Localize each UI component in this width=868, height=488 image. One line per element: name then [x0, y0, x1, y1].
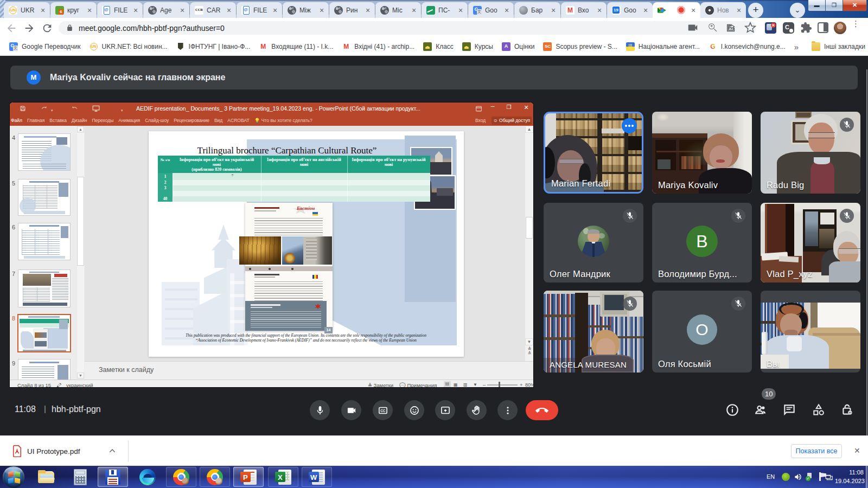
- svg-text:CC: CC: [380, 408, 386, 412]
